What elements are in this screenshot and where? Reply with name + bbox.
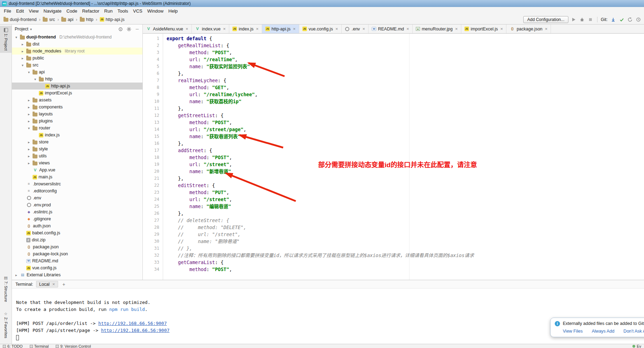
chevron-down-icon[interactable]: ▾ [14, 35, 19, 39]
chevron-right-icon[interactable]: ▸ [27, 161, 31, 165]
code-line[interactable]: getCameraList: { [167, 259, 644, 266]
menu-tools[interactable]: Tools [115, 8, 131, 14]
editor-tab-http-api-js[interactable]: JShttp-api.js× [262, 24, 299, 33]
code-line[interactable]: }, [167, 210, 644, 217]
code-line[interactable]: // method: "DELETE", [167, 224, 644, 231]
chevron-down-icon[interactable]: ▾ [30, 27, 32, 31]
code-line[interactable]: }, [167, 175, 644, 182]
code-line[interactable]: //注释：所有用到删除的接口都需要拼接变量id，所以请求方式采用了挂载在原型链上… [167, 252, 644, 259]
tree-item-style[interactable]: ▸style [12, 145, 142, 152]
tree-item-duoji-frontend[interactable]: ▾duoji-frontendD:\zheheWeb\duoji-fronten… [12, 34, 142, 41]
code-line[interactable]: method: "POST", [167, 119, 644, 126]
tree-item-browserslistrc[interactable]: ≡.browserslistrc [12, 180, 142, 187]
chevron-right-icon[interactable]: ▸ [20, 49, 25, 53]
code-line[interactable]: addStreet: { [167, 147, 644, 154]
close-icon[interactable]: × [223, 26, 226, 31]
chevron-down-icon[interactable]: ▾ [27, 70, 31, 74]
tree-item-main-js[interactable]: JSmain.js [12, 173, 142, 180]
breadcrumb-api[interactable]: api [61, 17, 74, 22]
tree-item-package-lock-json[interactable]: {}package-lock.json [12, 250, 142, 257]
menu-window[interactable]: Window [145, 8, 166, 14]
code-editor[interactable]: export default { getRealTimeList: { meth… [163, 34, 644, 280]
tree-item-utils[interactable]: ▸utils [12, 152, 142, 159]
stripe-favorites-button[interactable]: ☆ 2: Favorites [0, 310, 12, 340]
chevron-down-icon[interactable]: ▾ [27, 126, 31, 130]
tree-item-public[interactable]: ▸public [12, 55, 142, 62]
tree-item-views[interactable]: ▸views [12, 159, 142, 166]
history-clock-icon[interactable] [635, 16, 641, 22]
chevron-right-icon[interactable]: ▸ [27, 112, 31, 116]
chevron-right-icon[interactable]: ▸ [27, 119, 31, 123]
close-icon[interactable]: × [455, 26, 458, 31]
close-icon[interactable]: × [545, 26, 548, 31]
tree-item-store[interactable]: ▸store [12, 139, 142, 145]
menu-vcs[interactable]: VCS [131, 8, 145, 14]
editor-tab-asidemenu-vue[interactable]: VAsideMenu.vue× [143, 24, 192, 33]
menu-refactor[interactable]: Refactor [80, 8, 102, 14]
breadcrumb-http[interactable]: http [79, 17, 94, 22]
menu-help[interactable]: Help [166, 8, 180, 14]
code-line[interactable]: url: "/street/page", [167, 126, 644, 133]
code-line[interactable]: method: "GET", [167, 84, 644, 91]
tree-item-importexcel-js[interactable]: JSimportExcel.js [12, 90, 142, 97]
gear-icon[interactable] [126, 27, 131, 31]
code-line[interactable]: name: "获取巷道列表" [167, 133, 644, 140]
code-line[interactable]: // name: "删除巷道" [167, 238, 644, 245]
code-line[interactable]: }, [167, 105, 644, 112]
tree-item-auth-json[interactable]: {}auth.json [12, 222, 142, 229]
close-icon[interactable]: × [256, 26, 259, 31]
statusbar-9-version-control[interactable]: 9: Version Control [56, 344, 91, 348]
tree-item-external-libraries[interactable]: ▸▤External Libraries [12, 271, 142, 278]
tree-item-dist-zip[interactable]: Zdist.zip [12, 236, 142, 243]
code-line[interactable]: url: "/realTime/lychee", [167, 91, 644, 98]
breadcrumb-http-api-js[interactable]: JShttp-api.js [99, 17, 125, 22]
close-icon[interactable]: × [52, 282, 55, 287]
tree-item-http-api-js[interactable]: JShttp-api.js [12, 83, 142, 90]
statusbar-6-todo[interactable]: 6: TODO [3, 344, 23, 348]
menu-navigate[interactable]: Navigate [41, 8, 64, 14]
tree-item-index-js[interactable]: JSindex.js [12, 132, 142, 139]
code-line[interactable]: name: "编辑巷道" [167, 203, 644, 210]
close-icon[interactable]: × [362, 26, 365, 31]
tree-item-router[interactable]: ▾router [12, 125, 142, 132]
tree-item-components[interactable]: ▸components [12, 104, 142, 111]
close-icon[interactable]: × [335, 26, 338, 31]
new-terminal-session-icon[interactable]: + [61, 282, 66, 287]
event-log-button[interactable]: Ev [632, 344, 641, 348]
add-configuration-button[interactable]: Add Configuration... [523, 16, 568, 23]
code-line[interactable]: method: "POST", [167, 266, 644, 273]
hide-panel-icon[interactable]: ─ [135, 27, 140, 31]
editor-area[interactable]: 1234567891011121314151617181920212223242… [143, 34, 644, 280]
menu-view[interactable]: View [26, 8, 41, 14]
tree-item-src[interactable]: ▾src [12, 62, 142, 69]
stop-icon[interactable] [588, 16, 594, 22]
code-line[interactable]: method: "PUT", [167, 189, 644, 196]
breadcrumb-src[interactable]: src [42, 17, 56, 22]
code-line[interactable]: name: "获取实时监控列表" [167, 63, 644, 70]
close-icon[interactable]: × [186, 26, 188, 31]
tree-item-readme-md[interactable]: MREADME.md [12, 257, 142, 264]
tree-item-plugins[interactable]: ▸plugins [12, 118, 142, 125]
git-revert-icon[interactable] [627, 16, 633, 22]
chevron-right-icon[interactable]: ▸ [14, 273, 19, 277]
menu-run[interactable]: Run [102, 8, 115, 14]
menu-edit[interactable]: Edit [14, 8, 26, 14]
terminal-link[interactable]: http://192.168.66.56:9007 [98, 321, 167, 326]
git-update-icon[interactable] [610, 16, 616, 22]
code-line[interactable]: // }, [167, 245, 644, 252]
breadcrumb-duoji-frontend[interactable]: duoji-frontend [3, 17, 37, 22]
stripe-structure-button[interactable]: ▤ 7: Structure [0, 274, 12, 304]
menu-code[interactable]: Code [64, 8, 80, 14]
code-line[interactable]: export default { [167, 35, 644, 42]
tree-item-package-json[interactable]: {}package.json [12, 243, 142, 250]
code-line[interactable]: // deleteStreet: { [167, 217, 644, 224]
editor-tab-index-js[interactable]: JSindex.js× [229, 24, 262, 33]
editor-tab-package-json[interactable]: {}package.json× [506, 24, 551, 33]
code-line[interactable]: method: "POST", [167, 49, 644, 56]
editor-tab-vue-config-js[interactable]: JSvue.config.js× [299, 24, 342, 33]
code-line[interactable]: getRealTimeList: { [167, 42, 644, 49]
tree-item-layouts[interactable]: ▸layouts [12, 111, 142, 118]
code-line[interactable]: name: "获取荔枝的ip" [167, 98, 644, 105]
chevron-right-icon[interactable]: ▸ [27, 105, 31, 109]
code-line[interactable]: }, [167, 140, 644, 147]
